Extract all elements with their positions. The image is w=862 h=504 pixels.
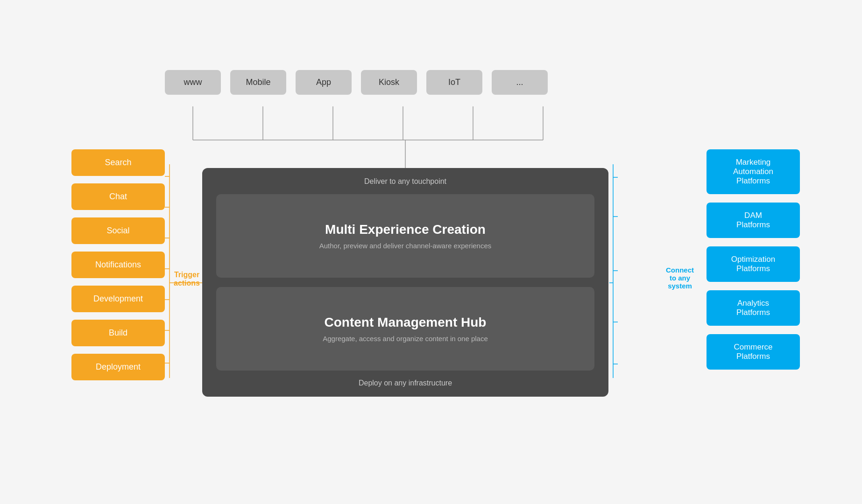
- inner-box-experience-sub: Author, preview and deliver channel-awar…: [319, 242, 492, 250]
- channel-iot: IoT: [426, 70, 482, 95]
- channels-row: www Mobile App Kiosk IoT ...: [165, 70, 548, 95]
- inner-box-cms: Content Management Hub Aggregate, access…: [216, 287, 594, 371]
- right-box-commerce: Commerce Platforms: [707, 334, 800, 370]
- right-box-optimization: Optimization Platforms: [707, 246, 800, 282]
- channel-more: ...: [492, 70, 548, 95]
- connect-label: Connect to any system: [659, 266, 701, 290]
- channel-kiosk: Kiosk: [361, 70, 417, 95]
- right-box-analytics: Analytics Platforms: [707, 290, 800, 326]
- inner-box-cms-sub: Aggregate, access and organize content i…: [323, 335, 488, 343]
- diagram-container: www Mobile App Kiosk IoT ... Search Chat…: [57, 42, 805, 462]
- trigger-actions-label: Trigger actions: [170, 271, 203, 287]
- left-boxes: Search Chat Social Notifications Develop…: [71, 149, 165, 380]
- left-box-search: Search: [71, 149, 165, 176]
- right-boxes: Marketing Automation Platforms DAM Platf…: [707, 149, 800, 370]
- channel-app: App: [296, 70, 352, 95]
- inner-box-cms-title: Content Management Hub: [325, 315, 487, 330]
- left-box-build: Build: [71, 320, 165, 346]
- left-box-development: Development: [71, 286, 165, 312]
- channel-www: www: [165, 70, 221, 95]
- inner-box-experience: Multi Experience Creation Author, previe…: [216, 194, 594, 278]
- channel-mobile: Mobile: [230, 70, 286, 95]
- left-box-social: Social: [71, 217, 165, 244]
- center-box: Deliver to any touchpoint Multi Experien…: [202, 168, 608, 397]
- center-bottom-label: Deploy on any infrastructure: [359, 379, 452, 387]
- inner-box-experience-title: Multi Experience Creation: [325, 222, 486, 237]
- center-top-label: Deliver to any touchpoint: [364, 177, 446, 186]
- right-box-dam: DAM Platforms: [707, 203, 800, 238]
- left-box-notifications: Notifications: [71, 252, 165, 278]
- right-box-marketing: Marketing Automation Platforms: [707, 149, 800, 194]
- inner-boxes: Multi Experience Creation Author, previe…: [216, 194, 594, 371]
- left-box-deployment: Deployment: [71, 354, 165, 380]
- left-box-chat: Chat: [71, 183, 165, 210]
